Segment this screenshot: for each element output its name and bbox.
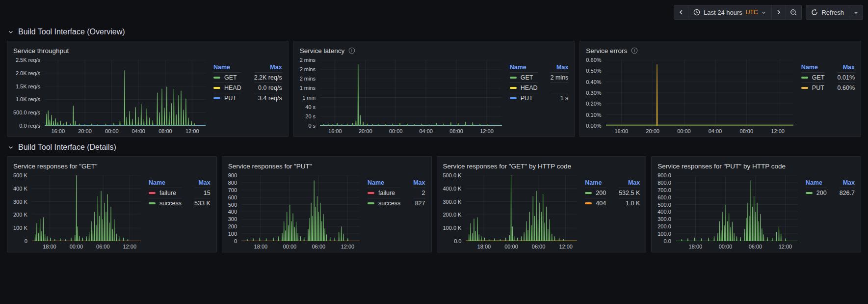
- legend-column-header[interactable]: Name: [213, 62, 241, 72]
- legend: NameMaxfailure2success827: [368, 175, 425, 208]
- legend-column-header[interactable]: Max: [840, 177, 855, 188]
- legend-series-name[interactable]: PUT: [510, 93, 538, 103]
- chart: 900.0800.0700.0600.0500.0400.0300.0200.0…: [658, 175, 798, 250]
- legend-column-header[interactable]: Max: [551, 62, 569, 72]
- series-color-dash-icon: [149, 192, 156, 194]
- refresh-interval-dropdown[interactable]: [849, 5, 863, 20]
- section-header-overview[interactable]: Build Tool Interface (Overview): [0, 22, 868, 41]
- panel-title[interactable]: Service responses for "GET": [13, 163, 98, 170]
- panel-body: 500 K400 K300 K200 K100 K0 18:0000:0006:…: [13, 172, 210, 250]
- legend-series-name[interactable]: HEAD: [213, 83, 241, 93]
- legend-series-max: 826.7: [840, 188, 855, 198]
- legend-series-name[interactable]: HEAD: [510, 83, 538, 93]
- legend-column-header[interactable]: Name: [806, 177, 827, 188]
- time-controls-group: Last 24 hours UTC: [674, 5, 802, 20]
- legend-series-name[interactable]: 404: [585, 198, 606, 208]
- legend-column-header[interactable]: Name: [368, 177, 400, 188]
- legend-series-name[interactable]: success: [149, 198, 182, 208]
- panel-header: Service errors: [586, 44, 855, 57]
- plot-area[interactable]: [676, 175, 798, 241]
- legend-column-header[interactable]: Max: [254, 62, 282, 72]
- legend-series-max: 2: [413, 188, 425, 198]
- series-color-dash-icon: [585, 192, 592, 194]
- y-axis: 9008007006005004003002001000: [228, 175, 237, 241]
- legend-series-name[interactable]: failure: [368, 188, 400, 198]
- panel-title[interactable]: Service throughput: [13, 47, 69, 55]
- legend-series-name[interactable]: success: [368, 198, 400, 208]
- legend-column-header[interactable]: Max: [838, 62, 855, 72]
- chevron-down-icon: [761, 10, 766, 15]
- panel: Service errors 0.60%0.50%0.40%0.30%0.20%…: [579, 41, 861, 137]
- legend-series-name[interactable]: GET: [213, 72, 241, 83]
- legend-series-name[interactable]: GET: [801, 72, 825, 83]
- x-tick-label: 16:00: [615, 128, 629, 134]
- x-tick-label: 16:00: [51, 128, 65, 134]
- series-color-dash-icon: [213, 77, 220, 79]
- grafana-dashboard: { "toolbar": { "time_label": "Last 24 ho…: [0, 0, 868, 304]
- x-tick-label: 20:00: [646, 128, 659, 134]
- chart: 500 K400 K300 K200 K100 K0 18:0000:0006:…: [13, 175, 141, 250]
- time-range-picker-button[interactable]: Last 24 hours UTC: [688, 5, 772, 20]
- panel-title[interactable]: Service responses for "PUT": [228, 163, 312, 170]
- time-shift-back-button[interactable]: [674, 5, 688, 20]
- legend-series-name[interactable]: PUT: [213, 93, 241, 103]
- series-color-dash-icon: [213, 87, 220, 89]
- legend-column-header[interactable]: Name: [510, 62, 538, 72]
- panel-header: Service responses for "PUT": [228, 160, 425, 172]
- legend-column-header[interactable]: Max: [413, 177, 425, 188]
- legend-series-name[interactable]: GET: [510, 72, 538, 83]
- info-icon[interactable]: [631, 47, 638, 54]
- y-axis: 900.0800.0700.0600.0500.0400.0300.0200.0…: [658, 175, 671, 241]
- x-tick-label: 16:00: [328, 128, 342, 134]
- legend-column-header[interactable]: Name: [585, 177, 606, 188]
- x-tick-label: 12:00: [123, 244, 136, 249]
- chart: 500.0 K400.0 K300.0 K200.0 K100.0 K0.0 1…: [443, 175, 578, 250]
- legend-column-header[interactable]: Max: [619, 177, 640, 188]
- refresh-button[interactable]: Refresh: [806, 5, 849, 20]
- plot-area[interactable]: [606, 60, 793, 126]
- x-tick-label: 12:00: [185, 128, 199, 134]
- time-range-label: Last 24 hours: [704, 9, 742, 16]
- legend-column-header[interactable]: Name: [801, 62, 825, 72]
- legend-column-header[interactable]: Max: [194, 177, 210, 188]
- panel: Service throughput 2.5K req/s2.0K req/s1…: [7, 41, 289, 137]
- series-color-dash-icon: [585, 202, 592, 204]
- legend: NameMaxfailure15success533 K: [149, 175, 210, 208]
- plot-area[interactable]: [241, 175, 360, 241]
- legend-column-header[interactable]: Name: [149, 177, 182, 188]
- clock-icon: [693, 9, 700, 16]
- y-axis: 0.60%0.50%0.40%0.30%0.20%0.10%0.00%: [586, 60, 601, 126]
- section-title: Build Tool Interface (Details): [18, 143, 116, 152]
- time-zoom-out-button[interactable]: [786, 5, 802, 20]
- x-tick-label: 00:00: [389, 128, 403, 134]
- plot-area[interactable]: [320, 60, 502, 126]
- plot-area[interactable]: [45, 60, 206, 126]
- panel-title[interactable]: Service errors: [586, 47, 627, 55]
- panel: Service responses for "PUT" 900800700600…: [222, 156, 432, 252]
- x-tick-label: 08:00: [158, 128, 172, 134]
- x-tick-label: 00:00: [677, 128, 691, 134]
- section-header-details[interactable]: Build Tool Interface (Details): [0, 137, 868, 156]
- plot-area[interactable]: [466, 175, 577, 241]
- plot-area[interactable]: [32, 175, 141, 241]
- time-shift-forward-button[interactable]: [772, 5, 786, 20]
- info-icon[interactable]: [348, 47, 355, 54]
- panel-title[interactable]: Service responses for "GET" by HTTP code: [443, 163, 571, 170]
- legend-series-max: 1 s: [551, 93, 569, 103]
- panel-title[interactable]: Service latency: [300, 47, 345, 55]
- x-axis: 18:0000:0006:0012:00: [241, 241, 360, 250]
- panel-body: 9008007006005004003002001000 18:0000:000…: [228, 172, 425, 250]
- legend-series-name[interactable]: PUT: [801, 83, 825, 93]
- x-axis: 18:0000:0006:0012:00: [32, 241, 141, 250]
- legend-series-name[interactable]: 200: [585, 188, 606, 198]
- x-tick-label: 00:00: [504, 244, 518, 249]
- panel-body: 900.0800.0700.0600.0500.0400.0300.0200.0…: [658, 172, 855, 250]
- panel-title[interactable]: Service responses for "PUT" by HTTP code: [658, 163, 786, 170]
- legend-series-name[interactable]: failure: [149, 188, 182, 198]
- y-axis: 2 mins2 mins2 mins1 mins1 min40 s20 s0 s: [300, 60, 316, 126]
- legend-series-name[interactable]: 200: [806, 188, 827, 198]
- x-tick-label: 00:00: [283, 244, 297, 249]
- x-tick-label: 18:00: [43, 244, 56, 249]
- x-tick-label: 06:00: [96, 244, 110, 249]
- panel-header: Service responses for "GET": [13, 160, 210, 172]
